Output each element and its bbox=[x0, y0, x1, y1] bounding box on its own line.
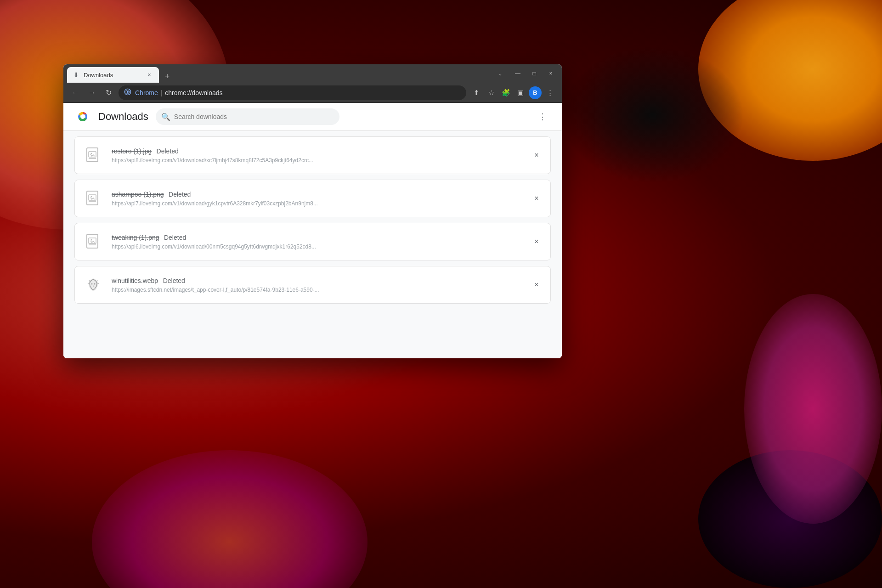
page-menu-button[interactable]: ⋮ bbox=[534, 108, 551, 125]
active-tab[interactable]: ⬇ Downloads × bbox=[67, 67, 159, 83]
reload-button[interactable]: ↻ bbox=[102, 86, 115, 99]
download-item: restoro (1).jpg Deleted https://api8.ilo… bbox=[74, 136, 551, 174]
close-button[interactable]: × bbox=[543, 67, 558, 80]
url-text: chrome://downloads bbox=[165, 89, 222, 96]
search-bar[interactable]: 🔍 bbox=[156, 108, 339, 125]
tab-title: Downloads bbox=[84, 72, 141, 79]
browser-window: ⬇ Downloads × + ⌄ — □ × ← → ↻ bbox=[63, 64, 562, 358]
download-remove-button[interactable]: × bbox=[530, 278, 543, 291]
window-controls: — □ × bbox=[510, 67, 558, 80]
download-remove-button[interactable]: × bbox=[530, 149, 543, 162]
download-info: restoro (1).jpg Deleted https://api8.ilo… bbox=[112, 147, 523, 164]
page-title: Downloads bbox=[98, 111, 148, 123]
download-info: ashampoo (1).png Deleted https://api7.il… bbox=[112, 190, 523, 207]
tab-close-button[interactable]: × bbox=[145, 71, 153, 79]
pipe-separator: | bbox=[161, 89, 163, 96]
svg-point-17 bbox=[91, 283, 93, 285]
minimize-button[interactable]: — bbox=[510, 67, 525, 80]
sidebar-button[interactable]: ▣ bbox=[514, 86, 527, 99]
toolbar-actions: ⬆ ☆ 🧩 ▣ B ⋮ bbox=[470, 86, 556, 99]
download-thumbnail bbox=[82, 144, 104, 166]
chrome-menu-button[interactable]: ⋮ bbox=[543, 86, 556, 99]
back-button[interactable]: ← bbox=[69, 86, 82, 99]
browser-toolbar: ← → ↻ Chrome | chrome://downloads ⬆ ☆ 🧩 bbox=[63, 83, 562, 103]
svg-point-16 bbox=[91, 239, 92, 241]
download-status: Deleted bbox=[163, 277, 185, 284]
download-thumbnail bbox=[82, 231, 104, 253]
svg-point-12 bbox=[91, 196, 92, 198]
download-filename: winutilities.webp bbox=[112, 277, 158, 284]
download-item: tweaking (1).png Deleted https://api6.il… bbox=[74, 223, 551, 260]
download-item: winutilities.webp Deleted https://images… bbox=[74, 266, 551, 304]
download-remove-button[interactable]: × bbox=[530, 235, 543, 248]
download-status: Deleted bbox=[169, 191, 191, 198]
new-tab-button[interactable]: + bbox=[161, 70, 174, 83]
page-content: Downloads 🔍 ⋮ bbox=[63, 103, 562, 358]
svg-point-18 bbox=[94, 283, 96, 285]
svg-rect-6 bbox=[89, 152, 96, 157]
forward-button[interactable]: → bbox=[85, 86, 98, 99]
download-thumbnail bbox=[82, 274, 104, 296]
download-filename: tweaking (1).png bbox=[112, 234, 159, 241]
download-url: https://api8.iloveimg.com/v1/download/xc… bbox=[112, 157, 523, 164]
download-info: winutilities.webp Deleted https://images… bbox=[112, 277, 523, 293]
search-icon: 🔍 bbox=[161, 113, 170, 121]
download-item: ashampoo (1).png Deleted https://api7.il… bbox=[74, 180, 551, 217]
share-button[interactable]: ⬆ bbox=[470, 86, 483, 99]
download-status: Deleted bbox=[164, 234, 186, 241]
download-filename: ashampoo (1).png bbox=[112, 191, 164, 198]
download-filename: restoro (1).jpg bbox=[112, 147, 152, 155]
download-status: Deleted bbox=[157, 147, 179, 155]
tab-favicon: ⬇ bbox=[73, 71, 80, 79]
page-header: Downloads 🔍 ⋮ bbox=[63, 103, 562, 131]
chrome-logo-icon bbox=[74, 108, 91, 125]
download-url: https://images.sftcdn.net/images/t_app-c… bbox=[112, 287, 523, 293]
download-info: tweaking (1).png Deleted https://api6.il… bbox=[112, 233, 523, 250]
svg-point-8 bbox=[91, 153, 92, 154]
download-url: https://api7.iloveimg.com/v1/download/gy… bbox=[112, 200, 523, 207]
title-bar: ⬇ Downloads × + ⌄ — □ × bbox=[63, 64, 562, 83]
svg-rect-14 bbox=[89, 238, 96, 243]
download-remove-button[interactable]: × bbox=[530, 192, 543, 205]
extensions-button[interactable]: 🧩 bbox=[499, 86, 512, 99]
svg-point-4 bbox=[80, 114, 85, 119]
download-thumbnail bbox=[82, 187, 104, 209]
tab-strip: ⬇ Downloads × + bbox=[67, 64, 494, 83]
profile-button[interactable]: B bbox=[529, 86, 542, 99]
download-url: https://api6.iloveimg.com/v1/download/00… bbox=[112, 243, 523, 250]
search-input[interactable] bbox=[174, 113, 334, 120]
svg-point-1 bbox=[127, 91, 129, 93]
svg-rect-10 bbox=[89, 195, 96, 200]
address-bar[interactable]: Chrome | chrome://downloads bbox=[119, 85, 466, 100]
downloads-list: restoro (1).jpg Deleted https://api8.ilo… bbox=[63, 131, 562, 358]
address-text: Chrome | chrome://downloads bbox=[135, 89, 461, 96]
maximize-button[interactable]: □ bbox=[527, 67, 542, 80]
tab-dropdown-button[interactable]: ⌄ bbox=[494, 67, 507, 80]
app-name-label: Chrome bbox=[135, 89, 158, 96]
security-icon bbox=[124, 88, 131, 97]
bookmark-button[interactable]: ☆ bbox=[485, 86, 498, 99]
